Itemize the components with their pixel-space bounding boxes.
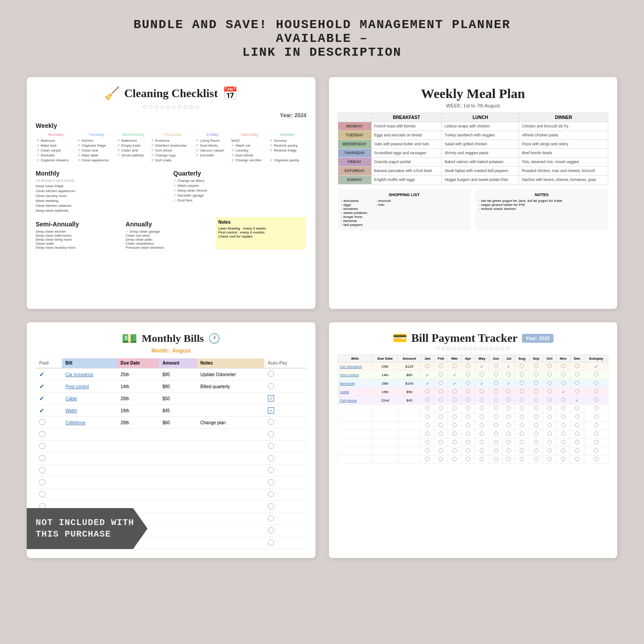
tracker-bill-3: Electricity <box>338 379 372 388</box>
fri-breakfast: Granola yogurt parfait <box>371 158 442 167</box>
th-jan: Jan <box>421 355 434 362</box>
check-circle <box>547 372 552 377</box>
table-row <box>36 453 307 465</box>
th-due: Due Date <box>372 355 398 362</box>
mon-breakfast: French toast with berries <box>371 122 442 131</box>
mon-lunch: Lettuce wraps with chicken <box>442 122 519 131</box>
meal-title: Weekly Meal Plan <box>338 86 609 101</box>
tracker-due-1: 25th <box>372 362 398 371</box>
th-thursday: Thursday <box>150 131 195 138</box>
list-item: - avocados <box>341 199 368 203</box>
monthly-quarterly-row: Monthly JFMAMJJASOND Deep clean fridge C… <box>36 166 307 213</box>
meal-notes-title: NOTES <box>479 193 605 197</box>
table-row: Cable 15th $50 ✓ <box>338 388 608 396</box>
tue-breakfast: Eggs and avocado on bread <box>371 131 442 140</box>
quarterly-title: Quarterly <box>173 170 307 177</box>
th-monday: Monday <box>36 131 77 138</box>
table-row: Cell phone 22nd $45 ✓ <box>338 396 608 405</box>
th-day <box>338 113 371 122</box>
not-included-banner: NOT INCLUDED WITH THIS PURCHASE <box>27 508 148 549</box>
tracker-amount-1: $125 <box>398 362 421 371</box>
annually: Annually ✓ Deep clean garage Clean out s… <box>126 217 211 250</box>
table-row: ✔ Water 19th $45 ✓ <box>36 405 307 417</box>
table-row <box>36 441 307 453</box>
tue-dinner: Alfredo chicken pasta <box>519 131 608 140</box>
check-mark: ✓ <box>575 398 579 403</box>
table-row <box>36 465 307 477</box>
th-mar: Mar <box>448 355 462 362</box>
due-4: 19th <box>117 405 159 417</box>
tracker-bill-2: Pest control <box>338 371 372 379</box>
table-row: ✔ Pest control 14th $80 Billed quarterly <box>36 381 307 393</box>
not-included-line1: NOT INCLUDED WITH <box>36 517 134 528</box>
cleaning-notes-title: Notes <box>218 220 304 225</box>
th-lunch: LUNCH <box>442 113 519 122</box>
check-circle <box>534 364 538 368</box>
th-nov: Nov <box>556 355 570 362</box>
check-circle <box>575 372 579 377</box>
sat-breakfast: Banana pancakes with a fruit bowl <box>371 167 442 176</box>
check-circle <box>439 381 443 385</box>
table-row: Pest control 14th $85 ✓ ✓ <box>338 371 608 379</box>
table-row: FRIDAY Granola yogurt parfait Baked salm… <box>338 158 608 167</box>
tracker-year-label: Year: <box>525 336 537 341</box>
th-may: May <box>475 355 489 362</box>
thu-dinner: Beef burrito bowls <box>519 149 608 158</box>
table-row: Cellphone 28th $60 Change plan <box>36 417 307 429</box>
check-circle <box>425 389 430 394</box>
check-circle <box>466 381 470 385</box>
table-row <box>338 430 608 439</box>
amount-2: $80 <box>159 381 197 393</box>
mon-dinner: Chicken and broccoli stir fry <box>519 122 608 131</box>
bills-title: Monthly Bills <box>142 332 204 345</box>
check-circle <box>547 364 552 368</box>
th-bill: Bill <box>62 358 117 368</box>
paid-check-2: ✔ <box>39 383 45 390</box>
th-breakfast: BREAKFAST <box>371 113 442 122</box>
table-row: WEDNESDAY Oats with peanut butter and nu… <box>338 140 608 149</box>
th-jul: Jul <box>503 355 515 362</box>
due-3: 28th <box>117 393 159 405</box>
tracker-amount-4: $50 <box>398 388 421 396</box>
amount-5: $60 <box>159 417 197 429</box>
bill-name-1: Car insurance <box>62 368 117 381</box>
check-circle <box>520 364 524 368</box>
th-oct: Oct <box>543 355 556 362</box>
meal-bottom: SHOPPING LIST - avocados - eggs - tomato… <box>338 189 609 230</box>
bill-name-4: Water <box>62 405 117 417</box>
check-circle <box>452 364 457 368</box>
th-amount: Amount <box>398 355 421 362</box>
th-aug: Aug <box>515 355 529 362</box>
bills-icon: 💵 <box>122 331 137 346</box>
check-circle <box>466 389 470 394</box>
th-auto: Auto-Pay <box>264 358 307 368</box>
auto-4: ✓ <box>268 407 274 414</box>
table-row: TUESDAY Eggs and avocado on bread Turkey… <box>338 131 608 140</box>
header-line2: LINK IN DESCRIPTION <box>104 45 541 59</box>
annually-title: Annually <box>126 221 211 228</box>
bills-month: Month: August <box>36 348 307 354</box>
th-paid: Paid <box>36 358 62 368</box>
bill-name-5: Cellphone <box>62 417 117 429</box>
table-row <box>338 455 608 464</box>
bills-month-value: August <box>172 348 190 354</box>
check-circle <box>520 398 524 402</box>
bill-name-2: Pest control <box>62 381 117 393</box>
check-circle <box>494 389 498 394</box>
th-due: Due Date <box>117 358 159 368</box>
bill-tracker-card: 💳 Bill Payment Tracker Year: 2022 Bills … <box>329 322 618 558</box>
check-circle <box>439 364 443 368</box>
tue-lunch: Turkey sandwich with veggies <box>442 131 519 140</box>
table-row: SATURDAY Banana pancakes with a fruit bo… <box>338 167 608 176</box>
table-row: SUNDAY English muffin with eggs Veggie b… <box>338 176 608 185</box>
check-circle <box>594 389 599 394</box>
list-item: - restock snack shelves <box>479 207 605 211</box>
cleaning-year: Year: 2024 <box>36 112 307 119</box>
check-circle <box>561 381 566 385</box>
sun-breakfast: English muffin with eggs <box>371 176 442 185</box>
table-row: MONDAY French toast with berries Lettuce… <box>338 122 608 131</box>
sat-lunch: Steak fajitas with roasted bell peppers <box>442 167 519 176</box>
check-circle <box>466 364 470 368</box>
list-item: - burger buns <box>341 215 368 219</box>
check-circle <box>452 398 457 402</box>
